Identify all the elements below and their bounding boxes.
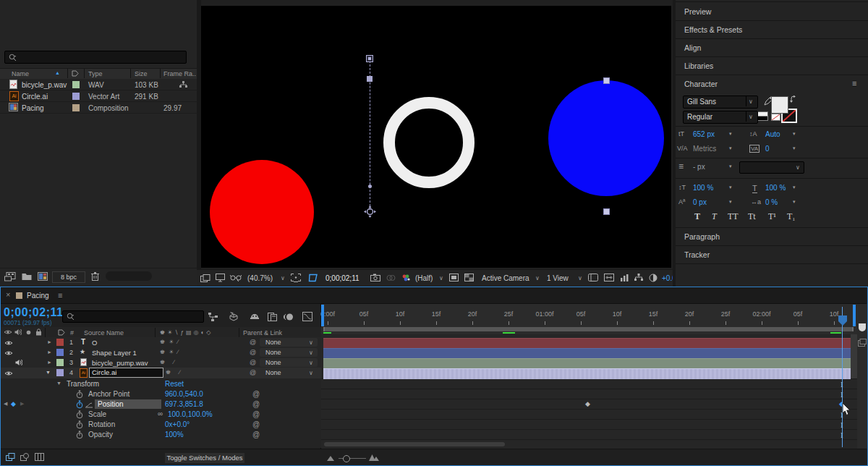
vertical-scale-value[interactable]: 100 % xyxy=(693,184,713,192)
transform-reset-link[interactable]: Reset xyxy=(165,380,184,388)
expand-arrow-icon[interactable]: ► xyxy=(47,360,52,365)
layer-name[interactable]: O xyxy=(92,339,97,347)
eye-icon[interactable] xyxy=(4,340,13,346)
panel-header-preview[interactable]: Preview xyxy=(684,7,711,16)
anchor-point-label[interactable]: Anchor Point xyxy=(88,390,129,398)
project-row-composition[interactable]: Pacing Composition 29.97 xyxy=(0,102,197,114)
pick-whip-icon[interactable]: @ xyxy=(250,369,256,376)
stopwatch-icon[interactable] xyxy=(76,420,83,429)
tsume-value[interactable]: 0 % xyxy=(765,198,778,206)
panel-header-libraries[interactable]: Libraries xyxy=(684,62,713,70)
zoom-out-mountain-icon[interactable] xyxy=(327,456,334,461)
tab-menu-icon[interactable]: ≡ xyxy=(58,291,62,300)
expression-graph-icon[interactable] xyxy=(85,402,93,408)
stopwatch-icon-active[interactable] xyxy=(76,400,83,409)
eye-icon[interactable] xyxy=(4,370,13,376)
camera-dropdown[interactable]: Active Camera xyxy=(482,274,529,282)
audio-on-icon[interactable] xyxy=(15,359,22,366)
timeline-h-scrollbar[interactable] xyxy=(324,442,505,446)
caret-icon[interactable]: ▾ xyxy=(729,199,732,205)
eye-icon[interactable] xyxy=(4,350,13,356)
chevron-down-icon[interactable]: ∨ xyxy=(578,275,582,281)
label-color-swatch[interactable] xyxy=(56,339,64,346)
swap-fill-stroke-icon[interactable] xyxy=(790,96,797,103)
prev-keyframe-arrow[interactable]: ◀ xyxy=(4,401,7,407)
pick-whip-icon[interactable]: @ xyxy=(252,431,260,439)
group-collapse-icon[interactable]: ▼ xyxy=(56,381,61,386)
layer-name[interactable]: Shape Layer 1 xyxy=(92,349,137,357)
all-caps-button[interactable]: TT xyxy=(728,211,739,222)
label-color-swatch[interactable] xyxy=(56,359,64,366)
project-col-size[interactable]: Size xyxy=(135,70,148,77)
parent-dropdown[interactable]: None∨ xyxy=(260,358,318,367)
font-family-dropdown[interactable]: Gill Sans ∨ xyxy=(683,96,758,109)
expand-arrow-icon[interactable]: ► xyxy=(47,350,52,355)
expand-layer-switches-icon[interactable] xyxy=(6,453,15,461)
tracking-value[interactable]: 0 xyxy=(765,145,770,153)
playhead-line[interactable] xyxy=(842,307,843,447)
label-swatch[interactable] xyxy=(72,104,80,111)
position-value[interactable]: 697.3,851.8 xyxy=(165,400,203,408)
layer-switches[interactable]: ♚ ∕ xyxy=(166,369,184,376)
caret-icon[interactable]: ▾ xyxy=(729,145,732,151)
timeline-graph-icon[interactable] xyxy=(620,274,629,281)
stroke-width-value[interactable]: - px xyxy=(693,163,705,171)
bit-depth-button[interactable]: 8 bpc xyxy=(52,271,85,283)
viewer-timecode[interactable]: 0;00;02;11 xyxy=(326,274,359,282)
project-row-ai[interactable]: Ai Circle.ai Vector Art 291 KB xyxy=(0,90,197,102)
font-size-value[interactable]: 652 px xyxy=(693,130,715,138)
white-ring-text-O[interactable] xyxy=(383,97,475,188)
next-keyframe-arrow[interactable]: ▶ xyxy=(20,401,24,407)
channel-colors-icon[interactable] xyxy=(401,274,411,282)
font-style-dropdown[interactable]: Regular ∨ xyxy=(683,111,758,124)
expand-arrow-icon[interactable]: ► xyxy=(47,339,52,344)
navigator-start-handle[interactable] xyxy=(321,305,324,326)
rotation-label[interactable]: Rotation xyxy=(88,420,115,428)
rotation-value[interactable]: 0x+0.0° xyxy=(165,420,190,428)
sort-ascending-icon[interactable]: ▲ xyxy=(55,70,60,75)
layer-bar-1[interactable] xyxy=(323,338,851,348)
pick-whip-icon[interactable]: @ xyxy=(252,390,260,398)
stroke-style-dropdown[interactable]: ∨ xyxy=(739,161,804,174)
transparency-grid-icon[interactable] xyxy=(464,274,474,281)
transform-group-label[interactable]: Transform xyxy=(67,380,99,388)
project-col-type[interactable]: Type xyxy=(88,70,103,77)
label-color-swatch[interactable] xyxy=(56,369,64,376)
parent-dropdown[interactable]: None∨ xyxy=(260,348,318,357)
layer-switches[interactable]: ♚ ∕ xyxy=(160,359,178,365)
timeline-timecode[interactable]: 0;00;02;11 xyxy=(4,306,63,319)
target-region-icon[interactable] xyxy=(449,274,459,281)
label-swatch[interactable] xyxy=(72,93,80,100)
caret-icon[interactable]: ▾ xyxy=(729,131,732,137)
set-default-swatches[interactable] xyxy=(757,111,767,119)
snapshot-camera-icon[interactable] xyxy=(370,274,380,281)
caret-icon[interactable]: ▾ xyxy=(793,131,796,137)
project-col-name[interactable]: Name xyxy=(12,70,29,77)
toggle-switches-modes-button[interactable]: Toggle Switches / Modes xyxy=(165,453,244,463)
caret-icon[interactable]: ▾ xyxy=(729,164,732,169)
blue-circle-shape[interactable] xyxy=(548,80,664,196)
layer-bar-2[interactable] xyxy=(323,348,851,358)
opacity-value[interactable]: 100% xyxy=(165,431,184,439)
roi-icon[interactable] xyxy=(308,274,318,282)
hide-shy-layers-icon[interactable] xyxy=(250,313,260,321)
magnification-dropdown[interactable]: (40.7%) xyxy=(247,274,273,282)
comp-marker-bin-icon[interactable] xyxy=(859,323,866,331)
draft-3d-icon[interactable] xyxy=(229,312,239,321)
baseline-shift-value[interactable]: 0 px xyxy=(693,198,707,206)
caret-icon[interactable]: ▾ xyxy=(793,199,796,205)
red-circle-shape[interactable] xyxy=(210,160,314,264)
chevron-down-icon[interactable]: ∨ xyxy=(281,275,285,281)
trash-icon[interactable] xyxy=(91,271,99,281)
panel-header-paragraph[interactable]: Paragraph xyxy=(684,232,720,241)
current-keyframe-indicator[interactable]: ◆ xyxy=(11,400,16,407)
pick-whip-icon[interactable]: @ xyxy=(250,339,256,346)
layer-name-edit-box[interactable]: Circle.ai xyxy=(89,368,163,378)
navigator-end-handle[interactable] xyxy=(853,305,856,326)
kerning-value[interactable]: Metrics xyxy=(693,145,716,153)
interpret-footage-icon[interactable] xyxy=(4,272,16,281)
panel-header-align[interactable]: Align xyxy=(684,43,701,52)
motion-blur-icon[interactable] xyxy=(284,313,294,321)
label-column-icon[interactable] xyxy=(72,70,79,77)
layer-name[interactable]: bicycle_pump.wav xyxy=(92,359,148,367)
